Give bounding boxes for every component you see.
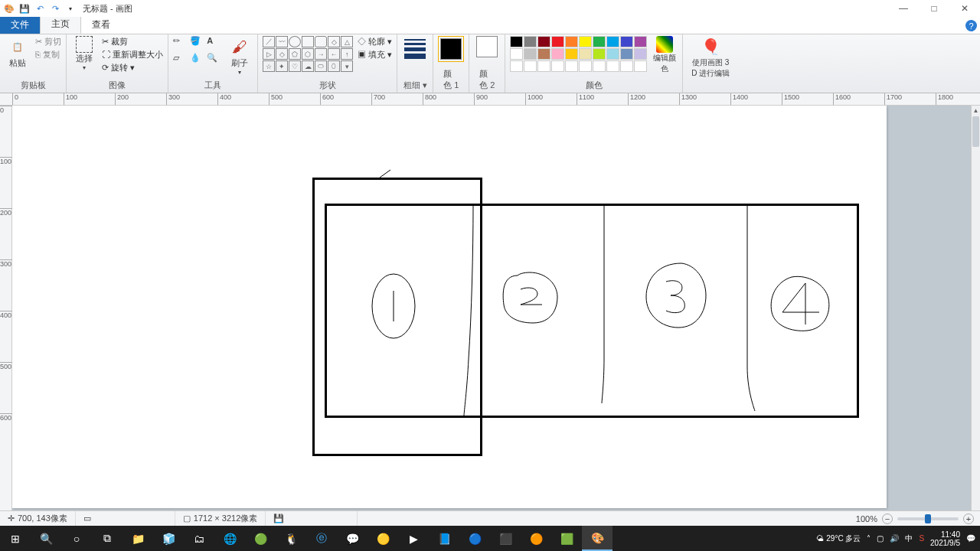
taskbar-app-9[interactable]: 🟡: [368, 526, 398, 551]
taskbar-app-5[interactable]: 🟢: [245, 526, 276, 551]
edit-colors-button[interactable]: 编辑颜色: [652, 36, 678, 74]
taskbar-app-10[interactable]: ▶: [398, 526, 429, 551]
start-button[interactable]: ⊞: [0, 526, 31, 551]
color-swatch[interactable]: [593, 36, 606, 47]
color-swatch[interactable]: [510, 36, 523, 47]
taskbar-app-7[interactable]: ⓔ: [306, 526, 337, 551]
color1-button[interactable]: [438, 36, 464, 62]
tray-battery-icon[interactable]: ▢: [877, 534, 884, 543]
qat-redo-icon[interactable]: ↷: [49, 2, 61, 15]
taskbar-app-11[interactable]: 📘: [429, 526, 459, 551]
select-dropdown-icon[interactable]: ▾: [83, 64, 86, 71]
taskbar-app-8[interactable]: 💬: [337, 526, 368, 551]
color-swatch[interactable]: [524, 36, 537, 47]
stroke-width-button[interactable]: [402, 36, 428, 59]
window-maximize-button[interactable]: □: [919, 0, 949, 17]
crop-button[interactable]: ✂ 裁剪: [102, 36, 163, 47]
tab-file[interactable]: 文件: [0, 16, 40, 34]
color-swatch[interactable]: [579, 60, 592, 72]
color-swatch[interactable]: [634, 36, 647, 47]
color-swatch[interactable]: [620, 36, 633, 47]
taskbar-paint[interactable]: 🎨: [582, 526, 612, 551]
qat-dropdown-icon[interactable]: ▾: [64, 2, 77, 15]
picker-tool-icon[interactable]: 💧: [190, 53, 205, 68]
scrollbar-vertical[interactable]: ▲ ▼: [971, 106, 980, 525]
tray-notifications-icon[interactable]: 💬: [966, 534, 975, 543]
paste-button[interactable]: 📋 粘贴: [5, 36, 31, 69]
tray-chevron-icon[interactable]: ˄: [867, 534, 871, 543]
select-button[interactable]: 选择 ▾: [71, 36, 97, 71]
color-swatch[interactable]: [565, 36, 578, 47]
color-swatch[interactable]: [593, 48, 606, 60]
pencil-tool-icon[interactable]: ✏: [173, 36, 188, 51]
qat-undo-icon[interactable]: ↶: [34, 2, 46, 15]
color-swatch[interactable]: [551, 48, 564, 60]
scroll-up-icon[interactable]: ▲: [972, 106, 980, 115]
zoom-tool-icon[interactable]: 🔍: [207, 53, 222, 68]
search-button[interactable]: 🔍: [31, 526, 61, 551]
scroll-thumb[interactable]: [972, 116, 979, 147]
color-swatch[interactable]: [606, 48, 619, 60]
color-swatch[interactable]: [537, 36, 550, 47]
brush-button[interactable]: 🖌 刷子 ▾: [227, 36, 253, 76]
qat-save-icon[interactable]: 💾: [18, 2, 31, 15]
brush-dropdown-icon[interactable]: ▾: [238, 69, 241, 76]
tray-ime[interactable]: 中: [905, 533, 913, 544]
color-swatch[interactable]: [634, 60, 647, 72]
color2-button[interactable]: [474, 36, 500, 57]
shapes-gallery[interactable]: ／〰◇△ ▷◇⬠⬡→←↑ ☆✦♡☁⬭⬯▾: [263, 36, 353, 72]
color-swatch[interactable]: [620, 48, 633, 60]
tab-view[interactable]: 查看: [81, 16, 121, 34]
taskbar-app-4[interactable]: 🌐: [214, 526, 245, 551]
color-swatch[interactable]: [634, 48, 647, 60]
color-swatch[interactable]: [524, 60, 537, 72]
tray-app-icon[interactable]: S: [919, 534, 924, 543]
resize-button[interactable]: ⛶ 重新调整大小: [102, 49, 163, 60]
eraser-tool-icon[interactable]: ▱: [173, 53, 188, 68]
color-swatch[interactable]: [510, 48, 523, 60]
taskbar-app-6[interactable]: 🐧: [276, 526, 306, 551]
color-swatch[interactable]: [606, 36, 619, 47]
rotate-button[interactable]: ⟳ 旋转 ▾: [102, 62, 163, 73]
group-label-shapes: 形状: [319, 80, 336, 93]
color-swatch[interactable]: [565, 60, 578, 72]
canvas[interactable]: [12, 106, 887, 508]
taskbar-app-2[interactable]: 🧊: [153, 526, 184, 551]
tray-weather[interactable]: 🌤 29°C 多云: [816, 533, 861, 544]
tab-home[interactable]: 主页: [40, 15, 81, 34]
taskbar-app-15[interactable]: 🟩: [551, 526, 582, 551]
help-button[interactable]: ?: [965, 20, 977, 31]
tray-clock[interactable]: 11:40 2021/9/5: [930, 530, 960, 547]
window-minimize-button[interactable]: —: [888, 0, 919, 17]
zoom-slider[interactable]: [897, 517, 959, 520]
shape-outline-button[interactable]: ◇ 轮廓 ▾: [358, 36, 392, 47]
color-swatch[interactable]: [537, 60, 550, 72]
zoom-in-button[interactable]: +: [963, 514, 974, 524]
color-swatch[interactable]: [510, 60, 523, 72]
shape-fill-button[interactable]: ▣ 填充 ▾: [358, 49, 392, 60]
text-tool-icon[interactable]: A: [207, 36, 222, 51]
color-swatch[interactable]: [524, 48, 537, 60]
taskbar-app-14[interactable]: 🟠: [521, 526, 551, 551]
taskbar-app-1[interactable]: 📁: [122, 526, 153, 551]
taskview-button[interactable]: ⧉: [92, 526, 122, 551]
tray-network-icon[interactable]: 🔊: [890, 534, 899, 543]
color-swatch[interactable]: [579, 36, 592, 47]
taskbar-app-3[interactable]: 🗂: [184, 526, 214, 551]
cortana-button[interactable]: ○: [61, 526, 92, 551]
color-swatch[interactable]: [565, 48, 578, 60]
taskbar-app-12[interactable]: 🔵: [459, 526, 490, 551]
color-swatch[interactable]: [551, 36, 564, 47]
color-palette[interactable]: [510, 36, 647, 72]
color-swatch[interactable]: [620, 60, 633, 72]
color-swatch[interactable]: [579, 48, 592, 60]
color-swatch[interactable]: [606, 60, 619, 72]
window-close-button[interactable]: ✕: [949, 0, 980, 17]
taskbar-app-13[interactable]: ⬛: [490, 526, 521, 551]
zoom-out-button[interactable]: −: [882, 514, 893, 524]
color-swatch[interactable]: [537, 48, 550, 60]
color-swatch[interactable]: [593, 60, 606, 72]
color-swatch[interactable]: [551, 60, 564, 72]
fill-tool-icon[interactable]: 🪣: [190, 36, 205, 51]
paint3d-button[interactable]: 🎈 使用画图 3 D 进行编辑: [688, 36, 733, 79]
